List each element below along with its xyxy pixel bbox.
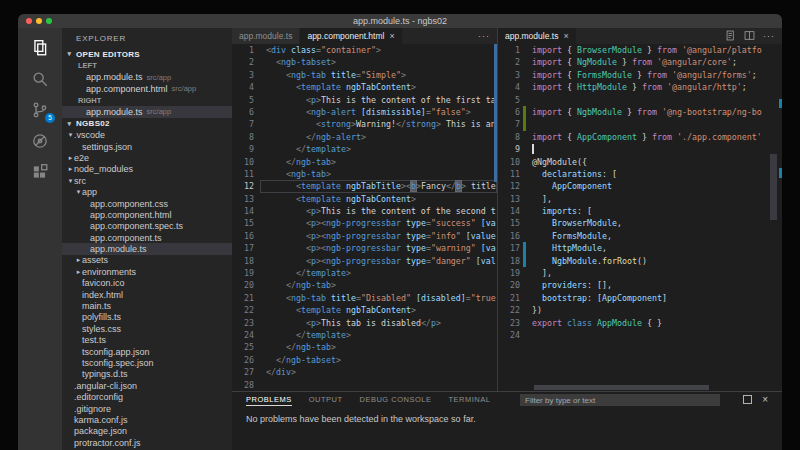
code-line[interactable]: 1<div class="container"> — [232, 44, 497, 56]
tree-file-test-ts[interactable]: test.ts — [62, 335, 232, 346]
code-line[interactable]: 9 </template> — [232, 143, 497, 155]
code-line[interactable]: 12 AppComponent — [498, 180, 782, 192]
code-line[interactable]: 13 <template ngbTabContent> — [232, 193, 497, 205]
code-line[interactable]: 21 <ngb-tab title="Disabled" [disabled]=… — [232, 292, 497, 304]
tree-file-app-component-css[interactable]: app.component.css — [62, 198, 232, 209]
tree-folder-app[interactable]: ▾app — [62, 186, 232, 197]
tree-file-favicon-ico[interactable]: favicon.ico — [62, 278, 232, 289]
code-line[interactable]: 23 <p>This tab is disabled</p> — [232, 317, 497, 329]
code-line[interactable]: 20 providers: [], — [498, 279, 782, 291]
code-line[interactable]: 24 — [498, 329, 782, 341]
tree-file-tsconfig-app-json[interactable]: tsconfig.app.json — [62, 346, 232, 357]
panel-tab-terminal[interactable]: TERMINAL — [448, 395, 490, 405]
tree-file-app-component-html[interactable]: app.component.html — [62, 209, 232, 220]
tree-folder-node-modules[interactable]: ▸node_modules — [62, 164, 232, 175]
open-editors-header[interactable]: ▾ OPEN EDITORS — [62, 48, 232, 60]
editor-tab-app-module-ts[interactable]: app.module.ts — [232, 28, 300, 44]
code-line[interactable]: 2import { NgModule } from '@angular/core… — [498, 56, 782, 68]
code-line[interactable]: 22 <template ngbTabContent> — [232, 304, 497, 316]
code-line[interactable]: 11 <ngb-tab> — [232, 168, 497, 180]
code-line[interactable]: 17 <p><ngb-progressbar type="warning" [v… — [232, 242, 497, 254]
code-line[interactable]: 3import { FormsModule } from '@angular/f… — [498, 69, 782, 81]
code-line[interactable]: 24 </template> — [232, 329, 497, 341]
tree-file-typings-d-ts[interactable]: typings.d.ts — [62, 369, 232, 380]
panel-tab-output[interactable]: OUTPUT — [309, 395, 343, 405]
code-line[interactable]: 26 </ngb-tabset> — [232, 354, 497, 366]
open-editor-entry[interactable]: app.module.tssrc/app — [62, 106, 232, 118]
code-line[interactable]: 19 ], — [498, 267, 782, 279]
close-panel-icon[interactable]: × — [762, 395, 768, 404]
open-editor-entry[interactable]: app.component.htmlsrc/app — [62, 83, 232, 95]
editor-tab-app-module-ts[interactable]: app.module.ts× — [498, 28, 576, 44]
tree-file-app-component-spec-ts[interactable]: app.component.spec.ts — [62, 221, 232, 232]
tree-file-package-json[interactable]: package.json — [62, 426, 232, 437]
minimize-window-icon[interactable] — [36, 18, 42, 24]
code-line[interactable]: 18 <p><ngb-progressbar type="danger" [va… — [232, 255, 497, 267]
editor-right-pane[interactable]: 1import { BrowserModule } from '@angular… — [497, 44, 782, 391]
tree-file-karma-conf-js[interactable]: karma.conf.js — [62, 414, 232, 425]
code-line[interactable]: 14 <p>This is the content of the second … — [232, 205, 497, 217]
maximize-panel-icon[interactable] — [743, 395, 752, 404]
code-line[interactable]: 23export class AppModule { } — [498, 317, 782, 329]
code-line[interactable]: 16 FormsModule, — [498, 230, 782, 242]
code-line[interactable]: 5 — [498, 94, 782, 106]
code-line[interactable]: 19 </template> — [232, 267, 497, 279]
tree-file-polyfills-ts[interactable]: polyfills.ts — [62, 312, 232, 323]
code-line[interactable]: 15 <p><ngb-progressbar type="success" [v… — [232, 217, 497, 229]
tree-file-app-module-ts[interactable]: app.module.ts — [62, 243, 232, 254]
code-line[interactable]: 4 <template ngbTabContent> — [232, 81, 497, 93]
code-line[interactable]: 1import { BrowserModule } from '@angular… — [498, 44, 782, 56]
vertical-scrollbar[interactable] — [770, 154, 777, 220]
tree-file--gitignore[interactable]: .gitignore — [62, 403, 232, 414]
tree-folder-e2e[interactable]: ▸e2e — [62, 152, 232, 163]
search-icon[interactable] — [29, 68, 51, 89]
code-line[interactable]: 7 — [498, 118, 782, 130]
open-changes-icon[interactable] — [725, 27, 736, 45]
code-line[interactable]: 9 — [498, 143, 782, 155]
horizontal-scrollbar[interactable] — [534, 385, 709, 390]
tree-file-settings-json[interactable]: settings.json — [62, 141, 232, 152]
more-actions-icon[interactable]: ··· — [478, 31, 490, 41]
code-line[interactable]: 12 <template ngbTabTitle><b>Fancy</b> ti… — [232, 180, 497, 192]
code-line[interactable]: 16 <p><ngb-progressbar type="info" [valu… — [232, 230, 497, 242]
tree-file--editorconfig[interactable]: .editorconfig — [62, 391, 232, 402]
code-line[interactable]: 2 <ngb-tabset> — [232, 56, 497, 68]
more-actions-icon[interactable]: ··· — [763, 31, 775, 41]
zoom-window-icon[interactable] — [46, 18, 52, 24]
code-line[interactable]: 8 </ngb-alert> — [232, 131, 497, 143]
close-tab-icon[interactable]: × — [563, 31, 568, 41]
editor-left-pane[interactable]: 1<div class="container">2 <ngb-tabset>3 … — [232, 44, 497, 391]
code-line[interactable]: 13 ], — [498, 193, 782, 205]
tree-file-styles-css[interactable]: styles.css — [62, 323, 232, 334]
code-line[interactable]: 10@NgModule({ — [498, 156, 782, 168]
editor-tab-app-component-html[interactable]: app.component.html× — [300, 28, 401, 44]
explorer-icon[interactable] — [29, 37, 51, 58]
code-line[interactable]: 5 <p>This is the content of the first ta — [232, 94, 497, 106]
tree-file-protractor-conf-js[interactable]: protractor.conf.js — [62, 437, 232, 448]
code-line[interactable]: 21 bootstrap: [AppComponent] — [498, 292, 782, 304]
code-line[interactable]: 28 — [232, 379, 497, 391]
code-line[interactable]: 6import { NgbModule } from '@ng-bootstra… — [498, 106, 782, 118]
tree-file-tsconfig-spec-json[interactable]: tsconfig.spec.json — [62, 357, 232, 368]
code-line[interactable]: 6 <ngb-alert [dismissible]="false"> — [232, 106, 497, 118]
tree-file-main-ts[interactable]: main.ts — [62, 300, 232, 311]
code-line[interactable]: 15 BrowserModule, — [498, 217, 782, 229]
title-bar[interactable]: app.module.ts - ngbs02 — [18, 14, 782, 28]
debug-icon[interactable] — [29, 130, 51, 151]
code-line[interactable]: 8import { AppComponent } from './app.com… — [498, 131, 782, 143]
panel-tab-debug-console[interactable]: DEBUG CONSOLE — [360, 395, 432, 405]
tree-file-app-component-ts[interactable]: app.component.ts — [62, 232, 232, 243]
workspace-root-header[interactable]: ▾ NGBS02 — [62, 118, 232, 130]
filter-input[interactable] — [520, 394, 720, 406]
tree-folder-environments[interactable]: ▸environments — [62, 266, 232, 277]
code-line[interactable]: 27</div> — [232, 366, 497, 378]
tree-file--angular-cli-json[interactable]: .angular-cli.json — [62, 380, 232, 391]
code-line[interactable]: 3 <ngb-tab title="Simple"> — [232, 69, 497, 81]
panel-tab-problems[interactable]: PROBLEMS — [246, 395, 292, 406]
tree-file-index-html[interactable]: index.html — [62, 289, 232, 300]
code-line[interactable]: 22}) — [498, 304, 782, 316]
tree-folder-src[interactable]: ▾src — [62, 175, 232, 186]
code-line[interactable]: 18 NgbModule.forRoot() — [498, 255, 782, 267]
extensions-icon[interactable] — [29, 161, 51, 182]
code-line[interactable]: 17 HttpModule, — [498, 242, 782, 254]
